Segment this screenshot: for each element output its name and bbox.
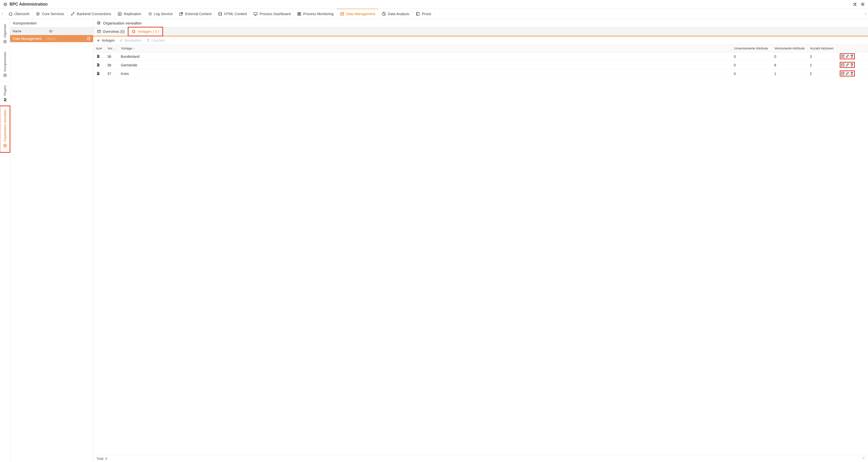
toolbar-tab--bersicht[interactable]: Übersicht xyxy=(5,9,33,19)
table-row[interactable]: 38 Gemeinde 0 8 2 xyxy=(93,61,868,69)
toolbar-scroll-right[interactable] xyxy=(863,9,868,19)
configure-icon[interactable] xyxy=(841,63,845,67)
gears-icon xyxy=(3,2,7,6)
toolbar-tab-process-dashboard[interactable]: Process Dashboard xyxy=(250,9,294,19)
content-title: Organisation verwalten xyxy=(103,21,142,25)
shuffle-icon[interactable] xyxy=(852,2,857,6)
col-unversioned[interactable]: Unversionierte Attribute xyxy=(732,45,772,52)
piechart-icon xyxy=(381,11,386,16)
component-row[interactable]: Data Managementxxxxx xyxy=(10,35,93,42)
edit-icon xyxy=(119,39,123,42)
col-spacer xyxy=(861,45,868,52)
gears-icon xyxy=(3,39,7,44)
open-external-icon[interactable] xyxy=(87,37,91,41)
col-versioned[interactable]: Versionierte Attribute xyxy=(772,45,807,52)
status-total: Total: 3 xyxy=(96,457,107,461)
toolbar-tab-data-management[interactable]: Data Management xyxy=(337,9,378,19)
puzzle-icon xyxy=(3,97,7,102)
content-area: Organisation verwalten Overviews (0)Vorl… xyxy=(93,19,868,462)
rail-item-komponenten[interactable]: Komponenten xyxy=(0,48,10,82)
delete-button: Löschen xyxy=(146,38,165,42)
settings-icon[interactable] xyxy=(861,2,865,6)
toolbar-tab-log-service[interactable]: Log Service xyxy=(145,9,176,19)
gears-icon xyxy=(96,21,101,25)
col-vorid[interactable]: Vor… xyxy=(105,45,118,52)
import-icon xyxy=(117,11,122,16)
sort-asc-icon: ↑ xyxy=(133,47,134,50)
toolbar-tab-replication[interactable]: Replication xyxy=(114,9,145,19)
edit-button: Bearbeiten xyxy=(119,38,142,42)
gears-icon xyxy=(3,73,7,78)
status-bar: Total: 3 xyxy=(93,455,868,462)
create-button[interactable]: Anlegen xyxy=(96,38,115,42)
action-bar: Anlegen Bearbeiten Löschen xyxy=(93,36,868,45)
edit-icon[interactable] xyxy=(845,71,849,75)
database-icon xyxy=(340,11,344,16)
trash-icon xyxy=(146,39,150,42)
gears-icon xyxy=(36,11,40,16)
components-col-name[interactable]: Name xyxy=(10,28,47,35)
configure-icon[interactable] xyxy=(841,71,845,75)
puzzle-icon xyxy=(96,63,100,67)
col-icon[interactable]: Icon xyxy=(93,45,105,52)
edit-icon[interactable] xyxy=(845,63,849,67)
info-icon[interactable] xyxy=(862,457,865,461)
components-title: Komponenten xyxy=(10,19,93,28)
book-icon xyxy=(415,11,420,16)
trash-icon[interactable] xyxy=(850,63,854,67)
components-panel: Komponenten Name ID Data Managementxxxxx xyxy=(10,19,93,462)
monitor-icon xyxy=(253,11,258,16)
toolbar-tab-core-services[interactable]: Core Services xyxy=(33,9,67,19)
configure-icon[interactable] xyxy=(841,54,845,58)
toolbar-tab-proce[interactable]: Proce xyxy=(412,9,434,19)
toolbar-tab-html-content[interactable]: HTML Content xyxy=(215,9,250,19)
copy-icon xyxy=(132,30,136,34)
puzzle-icon xyxy=(96,71,100,75)
content-header: Organisation verwalten xyxy=(93,19,868,27)
list-icon xyxy=(148,11,152,16)
toolbar-tab-process-monitoring[interactable]: Process Monitoring xyxy=(294,9,337,19)
plus-icon xyxy=(96,39,100,42)
toolbar-tab-backend-connections[interactable]: Backend Connections xyxy=(67,9,114,19)
subtab-overviews-0-[interactable]: Overviews (0) xyxy=(93,27,128,36)
toolbar-tab-external-content[interactable]: External Content xyxy=(176,9,215,19)
arrows-icon xyxy=(70,11,75,16)
col-row-actions xyxy=(838,45,861,52)
window-icon xyxy=(97,30,101,34)
html-icon xyxy=(218,11,222,16)
trash-icon[interactable] xyxy=(850,71,854,75)
side-rail: AllgemeinKomponentenPluginsOrganisation … xyxy=(0,19,10,462)
table-row[interactable]: 37 Kreis 0 1 2 xyxy=(93,69,868,78)
app-header: BPC Administration xyxy=(0,0,868,9)
main-toolbar: ÜbersichtCore ServicesBackend Connection… xyxy=(0,9,868,19)
components-col-id[interactable]: ID xyxy=(47,28,55,35)
templates-grid: Icon Vor… Vorlage↑ Unversionierte Attrib… xyxy=(93,45,868,455)
rail-item-plugins[interactable]: Plugins xyxy=(0,82,10,106)
toolbar-tab-data-analysis[interactable]: Data Analysis xyxy=(378,9,412,19)
toolbar-scroll-left[interactable] xyxy=(0,9,5,19)
row-actions xyxy=(840,71,855,76)
row-actions xyxy=(840,62,855,67)
col-template[interactable]: Vorlage↑ xyxy=(118,45,732,52)
home-icon xyxy=(8,11,12,16)
col-actions-count[interactable]: Anzahl Aktionen xyxy=(807,45,838,52)
table-row[interactable]: 36 Bundesland 0 0 3 xyxy=(93,52,868,61)
puzzle-icon xyxy=(96,54,100,58)
rail-item-organisation-verwalten[interactable]: Organisation verwalten xyxy=(0,106,10,152)
rail-item-allgemein[interactable]: Allgemein xyxy=(0,21,10,48)
grid4-icon xyxy=(297,11,302,16)
barrel-icon xyxy=(3,144,7,148)
subtab-vorlagen-3-[interactable]: Vorlagen ( 3 ) xyxy=(128,27,163,36)
trash-icon[interactable] xyxy=(850,54,854,58)
app-title: BPC Administration xyxy=(9,2,48,6)
content-subtabs: Overviews (0)Vorlagen ( 3 ) xyxy=(93,27,868,36)
external-icon xyxy=(179,11,183,16)
row-actions xyxy=(840,54,855,59)
edit-icon[interactable] xyxy=(845,54,849,58)
